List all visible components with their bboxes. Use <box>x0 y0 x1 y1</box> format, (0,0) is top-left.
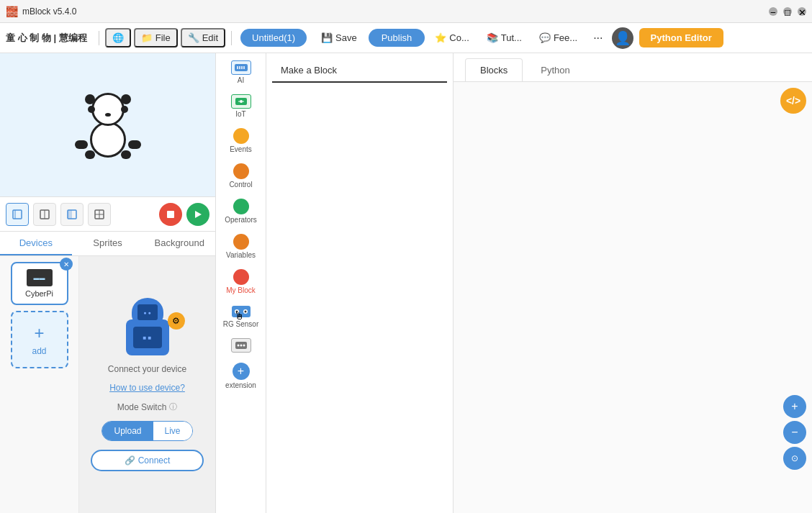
app-title: mBlock v5.4.0 <box>22 6 76 17</box>
quarter-stage-button[interactable] <box>60 203 84 226</box>
connect-chain-icon: 🔗 <box>125 455 135 466</box>
extension-add-icon: + <box>233 363 250 380</box>
blocks-tab[interactable]: Blocks <box>465 58 523 81</box>
category-extension[interactable]: + extension <box>219 358 263 394</box>
grid-stage-button[interactable] <box>88 203 111 226</box>
project-name-button[interactable]: Untitled(1) <box>240 29 307 47</box>
save-button[interactable]: 💾 Save <box>312 29 366 47</box>
category-my-block[interactable]: My Block <box>219 265 263 299</box>
menubar: 童 心 制 物 | 慧编程 🌐 📁 File 🔧 Edit Untitled(1… <box>0 23 812 53</box>
category-control[interactable]: Control <box>219 159 263 193</box>
zoom-out-button[interactable]: − <box>783 421 806 444</box>
fee-label: Fee... <box>554 32 577 43</box>
make-block-tab[interactable]: Make a Block <box>272 59 447 83</box>
connect-btn-label: Connect <box>138 455 171 466</box>
code-icon-button[interactable]: </> <box>780 88 806 114</box>
extra-svg <box>234 340 248 350</box>
device-close-button[interactable]: ✕ <box>60 258 73 271</box>
app-icon: 🧱 <box>6 6 18 17</box>
upload-button[interactable]: Upload <box>102 422 153 440</box>
events-dot <box>233 128 249 144</box>
workspace: Blocks Python </> + − ⊙ <box>454 53 812 513</box>
svg-rect-0 <box>13 210 22 219</box>
category-events[interactable]: Events <box>219 124 263 158</box>
add-device-button[interactable]: + add <box>11 311 68 368</box>
category-variables[interactable]: Variables <box>219 230 263 263</box>
fee-icon: 💬 <box>539 32 551 43</box>
sprites-tab[interactable]: Sprites <box>72 232 144 255</box>
quarter-stage-icon <box>67 209 77 219</box>
python-editor-button[interactable]: Python Editor <box>639 28 723 47</box>
left-bottom: ✕ ▬▬ CyberPi + add ■ <box>0 256 215 513</box>
expand-stage-button[interactable] <box>6 203 29 226</box>
save-label: Save <box>335 32 357 43</box>
add-plus-icon: + <box>34 323 44 343</box>
connect-text: Connect your device <box>108 364 186 374</box>
cyberpi-icon: ▬▬ <box>27 269 53 286</box>
stage <box>0 53 215 197</box>
globe-button[interactable]: 🌐 <box>105 28 131 47</box>
svg-point-28 <box>243 345 245 347</box>
mode-switch-info-icon[interactable]: ⓘ <box>169 401 177 412</box>
app-logo: 童 心 制 物 | 慧编程 <box>6 32 87 45</box>
ai-label: AI <box>238 76 244 84</box>
edit-label: Edit <box>202 32 218 43</box>
stop-button[interactable] <box>159 203 182 226</box>
file-menu[interactable]: 📁 File <box>134 28 178 47</box>
more-button[interactable]: ··· <box>587 28 608 48</box>
close-button[interactable]: ✕ <box>798 7 806 16</box>
category-iot[interactable]: IoT <box>219 90 263 122</box>
connect-device-button[interactable]: 🔗 Connect <box>91 450 204 471</box>
save-icon: 💾 <box>321 32 333 43</box>
robot-illustration: ■ ■ ● ● ⚙ <box>112 298 184 355</box>
background-tab[interactable]: Background <box>143 232 215 255</box>
category-operators[interactable]: Operators <box>219 194 263 228</box>
control-dot <box>233 163 249 179</box>
ai-svg <box>234 63 248 73</box>
python-tab[interactable]: Python <box>525 58 585 81</box>
zoom-controls: + − ⊙ <box>783 395 806 470</box>
category-ai[interactable]: AI <box>219 56 263 88</box>
how-to-link[interactable]: How to use device? <box>109 383 185 393</box>
my-block-label: My Block <box>226 286 256 294</box>
minimize-button[interactable]: − <box>769 7 777 16</box>
publish-button[interactable]: Publish <box>369 29 425 47</box>
operators-dot <box>233 199 249 214</box>
svg-marker-10 <box>195 211 202 218</box>
edit-icon: 🔧 <box>188 32 199 43</box>
window-controls: − □ ✕ <box>769 7 806 16</box>
zoom-reset-button[interactable]: ⊙ <box>783 447 806 470</box>
feedback-button[interactable]: 💬 Fee... <box>532 29 585 47</box>
tutorial-button[interactable]: 📚 Tut... <box>479 29 529 47</box>
svg-point-27 <box>240 345 242 347</box>
cyberpi-device[interactable]: ✕ ▬▬ CyberPi <box>11 262 68 305</box>
co-label: Co... <box>449 32 469 43</box>
mode-switch-row: Mode Switch ⓘ <box>117 401 178 412</box>
category-rg-sensor[interactable]: 🖱 RG Sensor <box>219 300 263 332</box>
svg-point-17 <box>240 100 243 103</box>
mode-switch-label: Mode Switch <box>117 402 167 412</box>
separator-1 <box>99 31 99 45</box>
co-icon: ⭐ <box>435 32 446 43</box>
zoom-in-button[interactable]: + <box>783 395 806 418</box>
maximize-button[interactable]: □ <box>783 7 792 16</box>
iot-svg <box>234 96 248 106</box>
avatar[interactable]: 👤 <box>612 27 633 49</box>
run-button[interactable] <box>186 203 209 226</box>
stop-icon <box>166 210 175 219</box>
half-stage-button[interactable] <box>33 203 56 226</box>
svg-rect-5 <box>68 210 72 219</box>
device-list: ✕ ▬▬ CyberPi + add <box>0 256 79 513</box>
extension-label: extension <box>225 381 256 389</box>
tut-icon: 📚 <box>487 32 498 43</box>
panda-character <box>79 93 137 158</box>
edit-menu[interactable]: 🔧 Edit <box>181 28 225 47</box>
live-button[interactable]: Live <box>153 422 192 440</box>
category-extra[interactable] <box>219 334 263 357</box>
my-block-dot <box>233 269 249 285</box>
devices-tab[interactable]: Devices <box>0 232 72 255</box>
grid-icon <box>94 209 104 219</box>
variables-dot <box>233 234 249 250</box>
co-button[interactable]: ⭐ Co... <box>428 29 476 47</box>
block-categories: AI IoT Events Control <box>216 53 266 513</box>
